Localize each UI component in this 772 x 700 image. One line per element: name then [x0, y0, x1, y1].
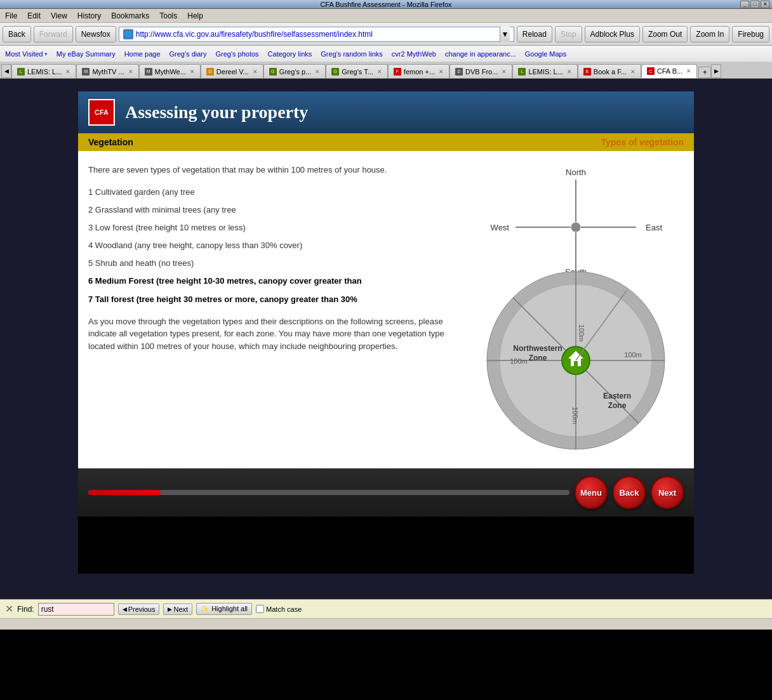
intro-text: There are seven types of vegetation that… — [88, 164, 468, 176]
tab-close-icon[interactable]: ✕ — [630, 69, 636, 75]
find-previous-button[interactable]: ◀ Previous — [118, 604, 160, 615]
bookmark-appearance[interactable]: change in appearanc... — [443, 49, 519, 59]
tab-dvb[interactable]: D DVB Fro... ✕ — [449, 64, 512, 78]
tab-close-icon[interactable]: ✕ — [65, 69, 70, 75]
text-section: There are seven types of vegetation that… — [88, 164, 468, 456]
list-item: 3 Low forest (tree height 10 metres or l… — [88, 222, 468, 234]
highlight-all-button[interactable]: ✨ Highlight all — [196, 603, 252, 615]
bookmark-ebay[interactable]: My eBay Summary — [54, 49, 118, 59]
reload-button[interactable]: Reload — [517, 26, 552, 43]
compass-section: North South East West — [481, 164, 684, 456]
cfa-logo: CFA — [88, 99, 115, 126]
firebug-button[interactable]: Firebug — [732, 26, 769, 43]
bookmark-gregs-photos[interactable]: Greg's photos — [213, 49, 261, 59]
find-close-button[interactable]: ✕ — [5, 603, 13, 615]
window-title: CFA Bushfire Assessment - Mozilla Firefo… — [320, 1, 451, 8]
tab-favicon: D — [455, 68, 463, 76]
list-item: 6 Medium Forest (tree height 10-30 metre… — [88, 275, 468, 287]
next-button[interactable]: Next — [651, 476, 684, 509]
minimize-btn[interactable]: _ — [740, 1, 749, 8]
tab-dereel[interactable]: D Dereel V... ✕ — [201, 64, 263, 78]
bottom-nav: Menu Back Next — [78, 468, 694, 517]
chevron-down-icon: ▾ — [44, 51, 48, 57]
zoom-out-button[interactable]: Zoom Out — [642, 26, 688, 43]
bookmark-home[interactable]: Home page — [122, 49, 163, 59]
menu-tools[interactable]: Tools — [157, 10, 180, 22]
tab-close-icon[interactable]: ✕ — [686, 68, 691, 74]
page-title: Assessing your property — [125, 102, 308, 122]
menu-edit[interactable]: Edit — [25, 10, 43, 22]
close-btn[interactable]: ✕ — [761, 1, 769, 8]
content-area: CFA Assessing your property Vegetation T… — [0, 79, 772, 599]
tab-close-icon[interactable]: ✕ — [567, 69, 572, 75]
bookmark-cvr2[interactable]: cvr2 MythWeb — [389, 49, 439, 59]
tab-favicon: L — [17, 68, 25, 76]
find-next-button[interactable]: ▶ Next — [163, 604, 192, 615]
menu-help[interactable]: Help — [185, 10, 206, 22]
page-frame: CFA Assessing your property Vegetation T… — [78, 91, 694, 574]
tabs-bar: ◀ L LEMIS: L... ✕ M MythTV ... ✕ M MythW… — [0, 62, 772, 79]
list-item: 5 Shrub and heath (no trees) — [88, 258, 468, 269]
find-input[interactable] — [38, 603, 114, 616]
bookmark-gregs-random[interactable]: Greg's random links — [318, 49, 385, 59]
menu-view[interactable]: View — [48, 10, 70, 22]
match-case-checkbox[interactable] — [256, 605, 264, 613]
tab-favicon: M — [145, 68, 152, 76]
back-button[interactable]: Back — [3, 26, 31, 43]
svg-text:Eastern: Eastern — [603, 392, 631, 400]
menu-bar: File Edit View History Bookmarks Tools H… — [0, 9, 772, 23]
url-text: http://www.cfa.vic.gov.au/firesafety/bus… — [136, 30, 500, 39]
tab-close-icon[interactable]: ✕ — [190, 69, 195, 75]
svg-text:Zone: Zone — [529, 353, 547, 362]
vegetation-list: 1 Cultivated garden (any tree 2 Grasslan… — [88, 187, 468, 305]
url-bar[interactable]: 🌐 http://www.cfa.vic.gov.au/firesafety/b… — [119, 27, 514, 42]
window-controls: _ □ ✕ — [740, 1, 769, 8]
menu-history[interactable]: History — [75, 10, 103, 22]
tab-close-icon[interactable]: ✕ — [253, 69, 258, 75]
maximize-btn[interactable]: □ — [750, 1, 759, 8]
tab-mythtv[interactable]: M MythTV ... ✕ — [76, 64, 138, 78]
newsfox-button[interactable]: Newsfox — [76, 26, 116, 43]
back-nav-button[interactable]: Back — [613, 476, 646, 509]
tab-lemis1[interactable]: L LEMIS: L... ✕ — [11, 64, 76, 78]
svg-text:Northwestern: Northwestern — [513, 344, 562, 353]
adblock-button[interactable]: Adblock Plus — [585, 26, 640, 43]
tab-favicon: B — [583, 68, 591, 76]
bookmark-most-visited[interactable]: Most Visited ▾ — [3, 49, 50, 59]
list-item: 7 Tall forest (tree height 30 metres or … — [88, 294, 468, 305]
tab-mythweb[interactable]: M MythWe... ✕ — [139, 64, 201, 78]
title-bar: CFA Bushfire Assessment - Mozilla Firefo… — [0, 0, 772, 9]
svg-rect-25 — [574, 361, 578, 366]
tab-lemis2[interactable]: L LEMIS: L... ✕ — [512, 64, 577, 78]
tab-gregs-t[interactable]: G Greg's T... ✕ — [326, 64, 388, 78]
chevron-right-icon: ▶ — [168, 606, 172, 612]
svg-text:East: East — [646, 223, 662, 232]
tab-favicon: G — [269, 68, 277, 76]
tab-gregs-p[interactable]: G Greg's p... ✕ — [263, 64, 326, 78]
tab-close-icon[interactable]: ✕ — [502, 69, 507, 75]
bookmark-google-maps[interactable]: Google Maps — [522, 49, 569, 59]
menu-bookmarks[interactable]: Bookmarks — [109, 10, 152, 22]
tab-close-icon[interactable]: ✕ — [128, 69, 133, 75]
menu-button[interactable]: Menu — [575, 476, 608, 509]
new-tab-button[interactable]: + — [698, 67, 711, 78]
tab-book[interactable]: B Book a F... ✕ — [578, 64, 641, 78]
tab-close-icon[interactable]: ✕ — [439, 69, 444, 75]
stop-button[interactable]: Stop — [555, 26, 582, 43]
tab-cfa[interactable]: C CFA B... ✕ — [641, 64, 697, 78]
zoom-in-button[interactable]: Zoom In — [690, 26, 729, 43]
tab-close-icon[interactable]: ✕ — [315, 69, 320, 75]
tab-femon[interactable]: F femon +... ✕ — [388, 64, 449, 78]
match-case-label[interactable]: Match case — [256, 605, 302, 613]
url-dropdown[interactable]: ▼ — [500, 27, 510, 42]
bookmark-gregs-diary[interactable]: Greg's diary — [167, 49, 210, 59]
main-content: There are seven types of vegetation that… — [78, 151, 694, 468]
tabs-prev[interactable]: ◀ — [1, 64, 11, 78]
menu-file[interactable]: File — [3, 10, 20, 22]
forward-button[interactable]: Forward — [34, 26, 73, 43]
tab-close-icon[interactable]: ✕ — [377, 69, 382, 75]
bookmark-category-links[interactable]: Category links — [265, 49, 315, 59]
tabs-next[interactable]: ▶ — [711, 64, 721, 78]
compass-diagram: North South East West — [481, 164, 671, 456]
svg-text:100m: 100m — [578, 324, 585, 342]
